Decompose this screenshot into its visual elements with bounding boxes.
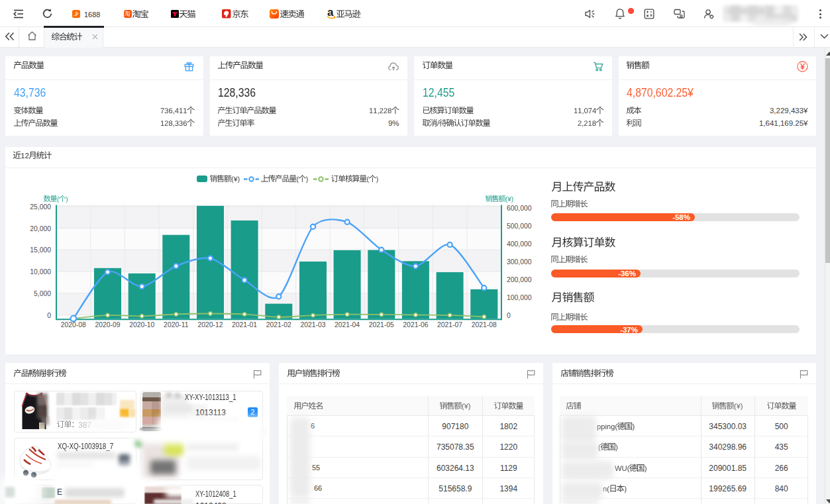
- svg-text:2020-10: 2020-10: [129, 321, 154, 328]
- svg-text:2020-11: 2020-11: [164, 321, 189, 328]
- svg-text:5,000: 5,000: [34, 290, 51, 297]
- svg-text:20,000: 20,000: [30, 225, 51, 232]
- svg-text:2021-04: 2021-04: [335, 321, 360, 328]
- svg-text:0: 0: [507, 312, 511, 319]
- svg-text:10,000: 10,000: [30, 268, 51, 276]
- svg-text:0: 0: [47, 312, 51, 319]
- svg-text:25,000: 25,000: [30, 203, 51, 211]
- svg-text:2020-09: 2020-09: [95, 321, 120, 328]
- svg-text:15,000: 15,000: [30, 246, 51, 254]
- svg-text:2021-02: 2021-02: [266, 321, 291, 328]
- svg-text:300,000: 300,000: [507, 258, 532, 266]
- svg-text:200,000: 200,000: [507, 276, 532, 283]
- svg-text:2021-06: 2021-06: [403, 321, 428, 328]
- svg-text:400,000: 400,000: [507, 240, 532, 248]
- svg-text:2021-05: 2021-05: [369, 321, 394, 328]
- svg-text:2021-01: 2021-01: [232, 321, 257, 328]
- svg-text:2021-07: 2021-07: [437, 321, 462, 328]
- svg-text:600,000: 600,000: [507, 205, 532, 212]
- svg-text:2020-08: 2020-08: [61, 321, 86, 328]
- svg-text:100,000: 100,000: [507, 294, 532, 301]
- svg-text:500,000: 500,000: [507, 223, 532, 230]
- svg-text:2021-08: 2021-08: [472, 321, 497, 328]
- svg-text:2020-12: 2020-12: [197, 321, 223, 328]
- svg-text:2021-03: 2021-03: [300, 321, 325, 328]
